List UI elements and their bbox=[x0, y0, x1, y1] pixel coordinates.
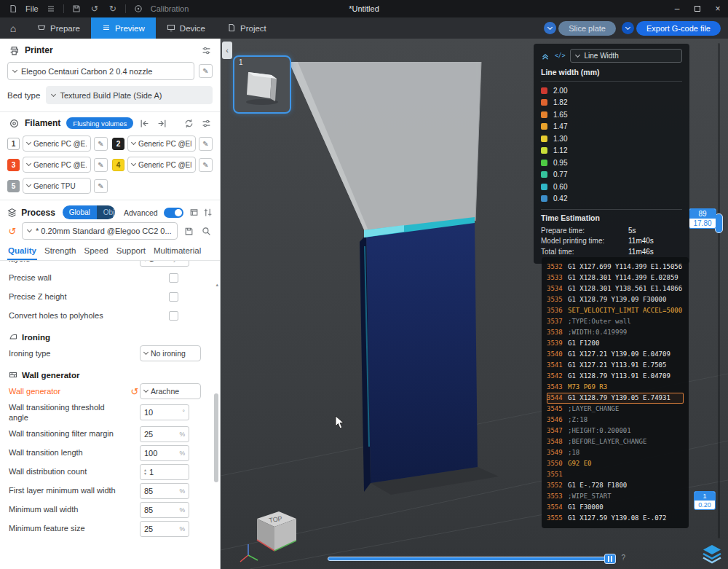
bed-type-select[interactable]: Textured Build Plate (Side A) bbox=[46, 86, 213, 104]
collapse-panel-button[interactable]: ‹ bbox=[222, 42, 232, 59]
export-gcode-button[interactable]: Export G-code file bbox=[636, 21, 721, 36]
reset-icon[interactable]: ↺ bbox=[130, 386, 140, 397]
process-tab-strength[interactable]: Strength bbox=[44, 246, 76, 260]
tab-project[interactable]: Project bbox=[216, 17, 277, 39]
spinner-down-icon[interactable]: ▾ bbox=[144, 261, 146, 262]
scope-global-button[interactable]: Global bbox=[63, 205, 97, 219]
gcode-line[interactable]: 3541G1 X127.21 Y113.91 E.7505 bbox=[547, 360, 684, 371]
gcode-line[interactable]: 3554G1 F30000 bbox=[547, 502, 684, 513]
process-tab-support[interactable]: Support bbox=[116, 246, 146, 260]
setting-input[interactable]: 100% bbox=[140, 445, 189, 461]
edit-filament-icon[interactable]: ✎ bbox=[199, 158, 213, 172]
calibration-icon[interactable] bbox=[132, 3, 144, 15]
gcode-window-icon[interactable]: </> bbox=[555, 52, 565, 59]
tab-prepare[interactable]: Prepare bbox=[26, 17, 91, 39]
checkbox[interactable] bbox=[169, 273, 178, 283]
plate-thumbnail[interactable]: 1 bbox=[233, 55, 291, 114]
filament-preset-select[interactable]: Generic PC @E... bbox=[23, 136, 91, 152]
redo-icon[interactable]: ↻ bbox=[107, 3, 119, 15]
printer-settings-icon[interactable] bbox=[199, 44, 213, 57]
gcode-line[interactable]: 3534G1 X128.301 Y138.561 E1.14866 bbox=[547, 283, 684, 294]
edit-filament-icon[interactable]: ✎ bbox=[94, 137, 108, 151]
collapse-legend-icon[interactable] bbox=[541, 52, 550, 60]
gcode-line[interactable]: 3552G1 E-.728 F1800 bbox=[547, 480, 684, 491]
export-options-button[interactable] bbox=[622, 22, 634, 34]
calibration-menu[interactable]: Calibration bbox=[151, 4, 189, 13]
process-preset-select[interactable]: * 0.20mm Standard @Elegoo CC2 0... bbox=[22, 222, 178, 240]
save-preset-icon[interactable] bbox=[182, 224, 195, 238]
maximize-button[interactable] bbox=[687, 0, 708, 17]
filament-preset-select[interactable]: Generic PC @E... bbox=[23, 157, 91, 173]
gcode-line[interactable]: 3548;BEFORE_LAYER_CHANGE bbox=[547, 436, 684, 447]
gcode-line[interactable]: 3549;18 bbox=[547, 447, 684, 458]
filament-badge[interactable]: 1 bbox=[7, 138, 20, 150]
process-tab-speed[interactable]: Speed bbox=[83, 246, 108, 260]
view-type-select[interactable]: Line Width bbox=[570, 49, 682, 63]
edit-filament-icon[interactable]: ✎ bbox=[94, 179, 108, 193]
gcode-line[interactable]: 3535G1 X128.79 Y139.09 F30000 bbox=[547, 294, 684, 305]
filament-badge[interactable]: 5 bbox=[7, 180, 20, 192]
filament-settings-icon[interactable] bbox=[199, 117, 213, 130]
gcode-line[interactable]: 3547;HEIGHT:0.200001 bbox=[547, 425, 684, 436]
move-slider-handle[interactable] bbox=[604, 554, 616, 564]
tab-preview[interactable]: Preview bbox=[91, 17, 156, 39]
move-slider[interactable]: ? bbox=[328, 553, 616, 565]
flushing-volumes-button[interactable]: Flushing volumes bbox=[66, 117, 133, 129]
gcode-line[interactable]: 3550G92 E0 bbox=[547, 458, 684, 469]
gcode-line[interactable]: 3537;TYPE:Outer wall bbox=[547, 316, 684, 327]
settings-scrollbar[interactable] bbox=[214, 393, 218, 482]
filament-badge[interactable]: 3 bbox=[7, 159, 20, 171]
move-slider-track[interactable] bbox=[328, 557, 609, 561]
scroll-up-icon[interactable]: ▴ bbox=[215, 282, 218, 288]
edit-filament-icon[interactable]: ✎ bbox=[94, 158, 108, 172]
checkbox[interactable] bbox=[169, 292, 178, 302]
filament-preset-select[interactable]: Generic PC @Ele... bbox=[127, 157, 196, 173]
spinner-down-icon[interactable]: ▾ bbox=[144, 472, 146, 476]
gcode-line[interactable]: 3545;LAYER_CHANGE bbox=[547, 404, 684, 415]
save-icon[interactable] bbox=[71, 3, 82, 15]
setting-select[interactable]: No ironing bbox=[140, 345, 201, 361]
filament-badge[interactable]: 2 bbox=[112, 138, 124, 150]
slice-options-button[interactable] bbox=[544, 22, 556, 34]
search-icon[interactable] bbox=[199, 224, 213, 238]
filament-badge[interactable]: 4 bbox=[112, 159, 124, 171]
gcode-line[interactable]: 3555G1 X127.59 Y139.08 E-.072 bbox=[547, 513, 684, 524]
gcode-line[interactable]: 3536SET_VELOCITY_LIMIT ACCEL=5000 bbox=[547, 305, 684, 316]
gcode-line[interactable]: 3543M73 P69 R3 bbox=[547, 382, 684, 393]
home-button[interactable]: ⌂ bbox=[0, 17, 26, 39]
setting-input[interactable]: 10° bbox=[140, 404, 189, 420]
edit-printer-icon[interactable]: ✎ bbox=[199, 64, 213, 78]
gcode-line[interactable]: 3542G1 X128.79 Y113.91 E.04709 bbox=[547, 371, 684, 382]
gcode-line[interactable]: 3538;WIDTH:0.419999 bbox=[547, 327, 684, 338]
setting-input[interactable]: 25% bbox=[140, 426, 189, 442]
scope-objects-button[interactable]: Objects bbox=[97, 205, 115, 219]
setting-input[interactable]: 85% bbox=[140, 483, 189, 499]
filament-preset-select[interactable]: Generic TPU bbox=[23, 178, 91, 194]
sliced-model[interactable] bbox=[360, 217, 499, 495]
process-tab-quality[interactable]: Quality bbox=[7, 246, 37, 260]
setting-input[interactable]: 85% bbox=[140, 502, 189, 518]
filament-preset-select[interactable]: Generic PC @Ele... bbox=[127, 136, 196, 152]
process-tab-multimaterial[interactable]: Multimaterial bbox=[153, 246, 202, 260]
settings-scroll-area[interactable]: layers▴▾1layersPrecise wallPrecise Z hei… bbox=[0, 261, 220, 569]
setting-input[interactable]: ▴▾1layers bbox=[140, 261, 189, 267]
add-filament-icon[interactable] bbox=[138, 117, 151, 130]
gcode-line[interactable]: 3551 bbox=[547, 469, 684, 480]
edit-filament-icon[interactable]: ✎ bbox=[199, 137, 213, 151]
menu-icon[interactable] bbox=[45, 3, 57, 15]
viewport-3d[interactable]: ‹ 1 </> Line Width Line width (mm) bbox=[221, 39, 728, 569]
tab-device[interactable]: Device bbox=[156, 17, 216, 39]
process-compare-icon[interactable] bbox=[203, 206, 213, 219]
layer-slider-track[interactable] bbox=[718, 43, 720, 538]
close-button[interactable]: × bbox=[708, 0, 728, 17]
gcode-line[interactable]: 3532G1 X127.699 Y114.399 E1.15056 bbox=[547, 262, 684, 272]
gcode-line[interactable]: 3546;Z:18 bbox=[547, 415, 684, 425]
setting-input[interactable]: 25% bbox=[140, 521, 189, 537]
undo-icon[interactable]: ↺ bbox=[89, 3, 100, 15]
file-menu[interactable]: File bbox=[25, 4, 39, 13]
spinner-icon[interactable]: ▴▾ bbox=[144, 468, 146, 475]
setting-input[interactable]: ▴▾1 bbox=[140, 464, 189, 480]
setting-select[interactable]: Arachne bbox=[140, 383, 201, 399]
printer-preset-select[interactable]: Elegoo Centauri Carbon 2 0.4 nozzle bbox=[7, 62, 194, 80]
orientation-cube[interactable]: TOP bbox=[237, 500, 301, 569]
